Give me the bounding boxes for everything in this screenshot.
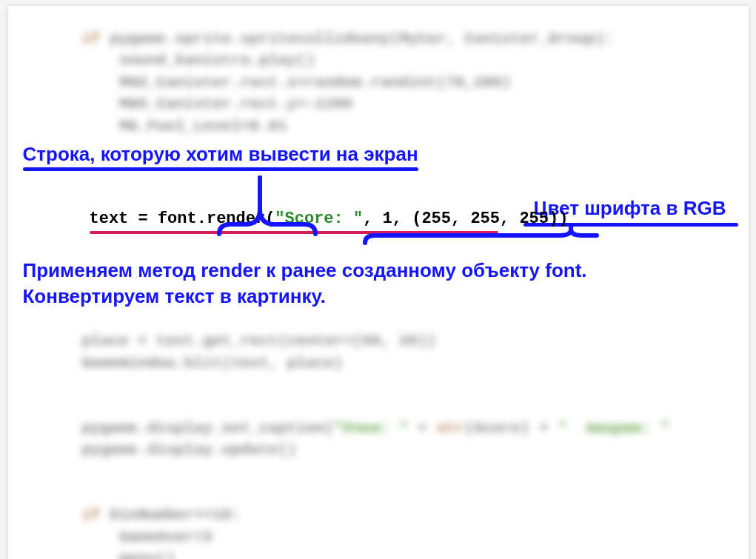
main-code-line-wrap: text = font.render("Score: ", 1, (255, 2… — [8, 210, 749, 234]
underline-annotation1 — [23, 167, 418, 171]
underline-code-red — [90, 231, 498, 234]
annotation-string-label: Строка, которую хотим вывести на экран — [8, 143, 749, 166]
blurred-code-bottom: place = text.get_rect(center=(50, 20)) G… — [8, 330, 749, 559]
blurred-code-top: if pygame.sprite.spritecollideany(MyCar,… — [8, 28, 749, 137]
annotation-explanation: Применяем метод render к ранее созданном… — [8, 258, 749, 309]
document-page: if pygame.sprite.spritecollideany(MyCar,… — [8, 6, 749, 559]
main-code-line: text = font.render("Score: ", 1, (255, 2… — [8, 210, 749, 228]
